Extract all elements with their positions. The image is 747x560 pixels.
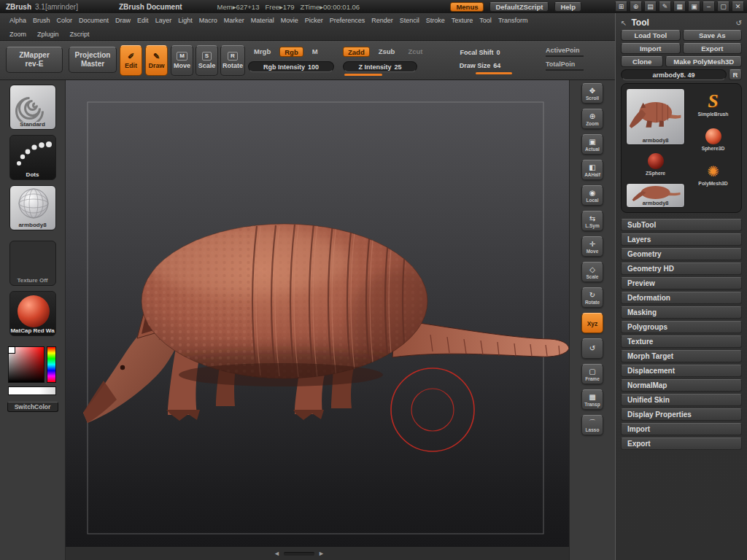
edit-doc-icon[interactable]: ✎ <box>659 1 671 12</box>
tool-section-header[interactable]: Display Properties <box>621 408 742 421</box>
tool-section-header[interactable]: Export <box>621 438 742 450</box>
save-as-button[interactable]: Save As <box>683 30 743 41</box>
menu-item[interactable]: Stroke <box>426 17 445 24</box>
panel-cycle-icon[interactable]: ↺ <box>736 19 742 27</box>
tool-section-header[interactable]: Masking <box>621 306 742 319</box>
make-polymesh3d-button[interactable]: Make PolyMesh3D <box>665 56 742 67</box>
tool-section-header[interactable]: SubTool <box>621 219 742 231</box>
focal-shift-slider[interactable]: Focal Shift 0 <box>436 47 524 58</box>
zoom-doc-icon[interactable]: ⊕ <box>630 1 642 12</box>
clone-button[interactable]: Clone <box>621 56 663 67</box>
menu-item[interactable]: Light <box>178 17 193 24</box>
m-button[interactable]: M <box>308 47 322 57</box>
spin-button[interactable]: ↺ <box>581 338 603 359</box>
menu-item[interactable]: Transform <box>498 17 528 24</box>
xyz-button[interactable]: Xyz <box>581 313 603 333</box>
canvas-scroll-right-button[interactable]: ► <box>318 550 325 557</box>
draw-size-slider[interactable]: Draw Size 64 <box>436 60 524 71</box>
value-bar[interactable] <box>8 386 56 395</box>
tool-section-header[interactable]: Displacement <box>621 365 742 377</box>
edit-button[interactable]: ✐ Edit <box>120 45 142 76</box>
zcut-button[interactable]: Zcut <box>403 47 427 57</box>
pan-doc-icon[interactable]: ⊞ <box>615 1 627 12</box>
tool-section-header[interactable]: Preview <box>621 277 742 289</box>
document-canvas[interactable] <box>66 80 569 547</box>
move-button[interactable]: M Move <box>171 45 193 76</box>
stroke-selector[interactable]: Dots <box>9 135 56 180</box>
tool-item-polymesh3d[interactable]: ✺ PolyMesh3D <box>689 158 737 190</box>
lasso-button[interactable]: ⌒ Lasso <box>581 415 603 435</box>
tool-item-armbody8[interactable]: armbody8 <box>626 183 685 208</box>
brush-selector[interactable]: Standard <box>9 85 56 130</box>
projection-master-button[interactable]: Projection Master <box>69 47 117 73</box>
menu-item[interactable]: Picker <box>305 17 323 24</box>
help-button[interactable]: Help <box>554 2 581 12</box>
texture-doc-icon[interactable]: ▦ <box>673 1 686 12</box>
panel-collapse-icon[interactable]: ↖ <box>621 19 627 27</box>
tool-item-simplebrush[interactable]: S SimpleBrush <box>689 88 737 120</box>
transp-button[interactable]: ▩ Transp <box>581 389 603 410</box>
mrgb-button[interactable]: Mrgb <box>249 47 275 57</box>
tool-section-header[interactable]: Deformation <box>621 292 742 304</box>
z-intensity-handle[interactable] <box>344 74 382 76</box>
tool-item-armbody8-active[interactable]: armbody8 <box>626 88 685 145</box>
tool-section-header[interactable]: Import <box>621 423 742 435</box>
frame-button[interactable]: ▢ Frame <box>581 364 603 384</box>
aahalf-button[interactable]: ◧ AAHalf <box>581 160 603 180</box>
menu-item[interactable]: Movie <box>281 17 298 24</box>
tool-section-header[interactable]: Layers <box>621 233 742 246</box>
load-tool-button[interactable]: Load Tool <box>621 30 681 41</box>
menu-item[interactable]: Macro <box>199 17 217 24</box>
scale-canvas-button[interactable]: ◇ Scale <box>581 262 603 282</box>
default-zscript-button[interactable]: DefaultZScript <box>489 2 549 12</box>
scroll-button[interactable]: ✥ Scroll <box>581 83 603 104</box>
texture-selector[interactable]: Texture Off <box>9 241 56 286</box>
tool-item-sphere3d[interactable]: Sphere3D <box>689 123 737 155</box>
draw-button[interactable]: ✎ Draw <box>145 45 168 76</box>
tool-section-header[interactable]: Morph Target <box>621 350 742 362</box>
export-button[interactable]: Export <box>683 43 743 54</box>
zmapper-button[interactable]: ZMapper rev-E <box>6 47 63 73</box>
rgb-intensity-slider[interactable]: Rgb Intensity 100 <box>248 61 334 72</box>
draw-size-handle[interactable] <box>476 72 512 74</box>
color-picker[interactable] <box>8 346 58 396</box>
scale-button[interactable]: S Scale <box>196 45 218 76</box>
menu-item[interactable]: Stencil <box>400 17 419 24</box>
actual-button[interactable]: ▣ Actual <box>581 134 603 155</box>
menu-item[interactable]: Color <box>57 17 73 24</box>
tool-item-zsphere[interactable]: ZSphere <box>626 148 685 180</box>
rotate-canvas-button[interactable]: ↻ Rotate <box>581 287 603 308</box>
move-canvas-button[interactable]: ✛ Move <box>581 236 603 257</box>
rgb-button[interactable]: Rgb <box>279 47 303 57</box>
menus-button[interactable]: Menus <box>450 2 484 12</box>
menu-item[interactable]: Zplugin <box>37 31 59 38</box>
menu-item[interactable]: Edit <box>137 17 149 24</box>
menu-item[interactable]: Zoom <box>9 31 26 38</box>
menu-item[interactable]: Tool <box>479 17 492 24</box>
restore-icon[interactable]: ▢ <box>717 1 729 12</box>
menu-item[interactable]: Render <box>371 17 393 24</box>
zadd-button[interactable]: Zadd <box>343 47 370 57</box>
material-selector[interactable]: MatCap Red Wa <box>9 291 56 336</box>
tool-section-header[interactable]: Geometry HD <box>621 262 742 275</box>
hue-strip[interactable] <box>47 346 56 383</box>
menu-item[interactable]: Marker <box>224 17 244 24</box>
menu-item[interactable]: Texture <box>452 17 473 24</box>
menu-item[interactable]: Alpha <box>9 17 26 24</box>
tool-section-header[interactable]: Unified Skin <box>621 394 742 406</box>
z-intensity-slider[interactable]: Z Intensity 25 <box>343 61 417 72</box>
canvas-scrollbar[interactable] <box>284 552 314 556</box>
menu-item[interactable]: Document <box>79 17 109 24</box>
lsym-button[interactable]: ⇆ L.Sym <box>581 211 603 231</box>
menu-item[interactable]: Zscript <box>70 31 90 38</box>
local-button[interactable]: ◉ Local <box>581 185 603 206</box>
r-button[interactable]: R <box>729 69 742 80</box>
canvas-scroll-left-button[interactable]: ◄ <box>274 550 280 557</box>
minimize-icon[interactable]: – <box>703 1 715 12</box>
tool-section-header[interactable]: NormalMap <box>621 379 742 392</box>
tool-section-header[interactable]: Polygroups <box>621 321 742 333</box>
menu-item[interactable]: Brush <box>33 17 50 24</box>
close-icon[interactable]: ✕ <box>732 1 744 12</box>
rotate-button[interactable]: R Rotate <box>220 45 245 76</box>
active-tool-slider[interactable]: armbody8. 49 <box>621 69 727 80</box>
